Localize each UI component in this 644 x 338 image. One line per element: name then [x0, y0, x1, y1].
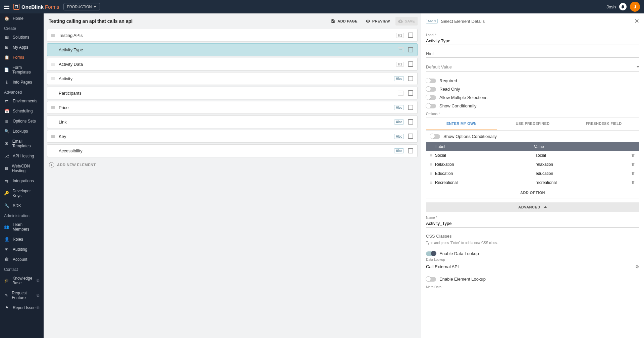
- sidebar-item[interactable]: ≣Options Sets: [0, 116, 44, 126]
- element-card[interactable]: Link Abc: [47, 115, 418, 128]
- name-input[interactable]: [426, 220, 639, 228]
- sidebar-item[interactable]: ⇆Integrations: [0, 176, 44, 186]
- home-icon: 🏠: [4, 16, 9, 21]
- drag-handle[interactable]: [51, 106, 55, 109]
- user-avatar[interactable]: J: [630, 2, 640, 12]
- element-checkbox[interactable]: [408, 148, 413, 153]
- readonly-toggle[interactable]: [426, 87, 436, 92]
- required-toggle[interactable]: [426, 79, 436, 83]
- sidebar-item[interactable]: ⎇API Hosting: [0, 151, 44, 161]
- sidebar-item[interactable]: ▦Solutions: [0, 32, 44, 42]
- element-card[interactable]: Accessibility Abc: [47, 144, 418, 157]
- element-checkbox[interactable]: [408, 33, 413, 38]
- element-checkbox[interactable]: [408, 47, 413, 52]
- option-value[interactable]: recreational: [536, 180, 631, 185]
- element-card[interactable]: Participants ···: [47, 87, 418, 99]
- tab-predefined[interactable]: USE PREDEFINED: [497, 117, 568, 130]
- option-row: ≡ Relaxation relaxation 🗑: [426, 160, 639, 169]
- element-checkbox[interactable]: [408, 76, 413, 81]
- sidebar-item[interactable]: 👥Team Members: [0, 220, 44, 234]
- data-lookup-input[interactable]: [426, 263, 635, 271]
- option-label[interactable]: Social: [435, 153, 536, 158]
- element-checkbox[interactable]: [408, 90, 413, 96]
- notifications-button[interactable]: [619, 3, 627, 10]
- drag-handle[interactable]: [51, 49, 55, 51]
- add-option-button[interactable]: ADD OPTION: [426, 187, 639, 198]
- multiple-toggle[interactable]: [426, 95, 436, 100]
- element-label: Testing APIs: [59, 33, 396, 38]
- drag-handle[interactable]: [51, 121, 55, 123]
- sidebar-item[interactable]: ℹInfo Pages: [0, 77, 44, 87]
- label-input[interactable]: [426, 37, 639, 45]
- sidebar-item[interactable]: 🖥Web/CDN Hosting: [0, 161, 44, 176]
- element-checkbox[interactable]: [408, 134, 413, 139]
- label-field-label: Label *: [426, 33, 639, 37]
- advanced-toggle[interactable]: ADVANCED: [426, 202, 639, 212]
- default-value-select[interactable]: Default Value: [426, 62, 639, 72]
- option-label[interactable]: Relaxation: [435, 162, 536, 167]
- element-checkbox[interactable]: [408, 105, 413, 110]
- drag-handle[interactable]: [51, 135, 55, 138]
- element-checkbox[interactable]: [408, 61, 413, 67]
- preview-button[interactable]: PREVIEW: [363, 17, 393, 26]
- option-label[interactable]: Recreational: [435, 180, 536, 185]
- element-card[interactable]: Activity Abc: [47, 72, 418, 85]
- external-icon: ⧉: [37, 278, 40, 283]
- element-lookup-toggle[interactable]: [426, 277, 436, 282]
- element-card[interactable]: Key Abc: [47, 130, 418, 143]
- sidebar-item[interactable]: ⚑Report Issue⧉: [0, 303, 44, 313]
- delete-option-button[interactable]: 🗑: [631, 171, 635, 176]
- sidebar-item[interactable]: 🏛Account: [0, 254, 44, 264]
- drag-handle[interactable]: ≡: [430, 180, 432, 185]
- sidebar-home[interactable]: 🏠 Home: [0, 13, 44, 23]
- sidebar-item[interactable]: 🔧SDK: [0, 201, 44, 211]
- element-card[interactable]: Testing APIs H1: [47, 29, 418, 42]
- drag-handle[interactable]: [51, 63, 55, 65]
- drag-handle[interactable]: [51, 150, 55, 152]
- sidebar-item[interactable]: 📄Form Templates: [0, 62, 44, 77]
- menu-button[interactable]: [4, 5, 9, 9]
- delete-option-button[interactable]: 🗑: [631, 153, 635, 158]
- element-checkbox[interactable]: [408, 119, 413, 125]
- option-value[interactable]: social: [536, 153, 631, 158]
- delete-option-button[interactable]: 🗑: [631, 180, 635, 185]
- drag-handle[interactable]: ≡: [430, 153, 432, 158]
- delete-option-button[interactable]: 🗑: [631, 162, 635, 167]
- drag-handle[interactable]: [51, 92, 55, 94]
- sidebar: 🏠 Home Create ▦Solutions⊞My Apps📋Forms📄F…: [0, 13, 44, 338]
- drag-handle[interactable]: [51, 78, 55, 80]
- element-card[interactable]: Activity Type ···: [47, 43, 418, 56]
- tab-freshdesk[interactable]: FRESHDESK FIELD: [568, 117, 639, 130]
- drag-handle[interactable]: [51, 34, 55, 37]
- conditional-toggle[interactable]: [426, 104, 436, 108]
- data-lookup-toggle[interactable]: [426, 251, 436, 256]
- option-label[interactable]: Education: [435, 171, 536, 176]
- element-card[interactable]: Activity Data H1: [47, 58, 418, 70]
- gear-icon[interactable]: ⚙: [635, 264, 639, 269]
- drag-handle[interactable]: ≡: [430, 171, 432, 176]
- sidebar-item[interactable]: 🔍Lookups: [0, 126, 44, 136]
- close-button[interactable]: ✕: [634, 17, 639, 25]
- sidebar-item[interactable]: 📅Scheduling: [0, 106, 44, 116]
- sidebar-item[interactable]: 🎓Knowledge Base⧉: [0, 273, 44, 288]
- css-classes-input[interactable]: [426, 232, 639, 240]
- sidebar-item[interactable]: ✉Email Templates: [0, 136, 44, 151]
- sidebar-item[interactable]: ⇄Environments: [0, 96, 44, 106]
- option-value[interactable]: relaxation: [536, 162, 631, 167]
- sidebar-item[interactable]: 🔑Developer Keys: [0, 186, 44, 201]
- sidebar-item[interactable]: 📋Forms: [0, 52, 44, 62]
- tab-enter-own[interactable]: ENTER MY OWN: [426, 117, 497, 130]
- add-element-button[interactable]: + ADD NEW ELEMENT: [47, 159, 418, 171]
- hint-input[interactable]: [426, 50, 639, 58]
- drag-handle[interactable]: ≡: [430, 162, 432, 167]
- element-card[interactable]: Price Abc: [47, 101, 418, 114]
- option-value[interactable]: education: [536, 171, 631, 176]
- sidebar-item[interactable]: 👤Roles: [0, 234, 44, 244]
- sidebar-item[interactable]: 👁Auditing: [0, 244, 44, 254]
- add-page-button[interactable]: ADD PAGE: [328, 17, 360, 26]
- options-conditional-toggle[interactable]: [430, 134, 440, 139]
- element-type-tag: Abc: [394, 119, 404, 125]
- sidebar-item[interactable]: ⊞My Apps: [0, 42, 44, 52]
- environment-button[interactable]: PRODUCTION: [63, 3, 100, 10]
- sidebar-item[interactable]: ✎Request Feature⧉: [0, 288, 44, 303]
